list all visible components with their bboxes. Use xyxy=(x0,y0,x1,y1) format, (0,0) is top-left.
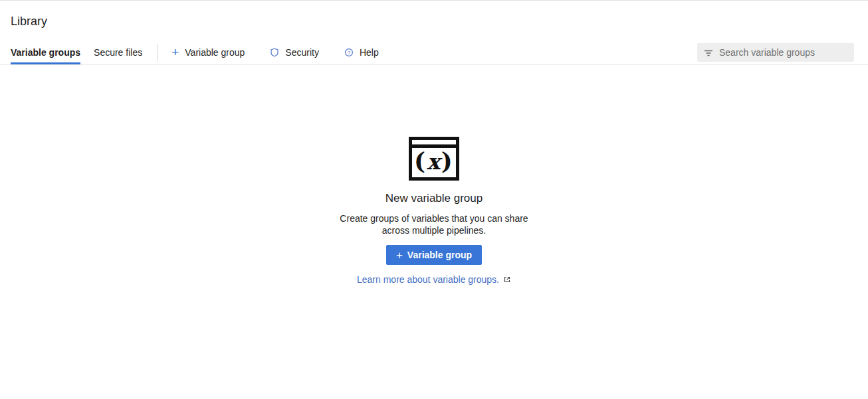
add-variable-group-button[interactable]: + Variable group xyxy=(171,40,245,64)
description-line-1: Create groups of variables that you can … xyxy=(340,213,528,224)
external-link-icon xyxy=(503,276,511,283)
description-line-2: across multiple pipelines. xyxy=(382,225,486,236)
security-button[interactable]: Security xyxy=(270,40,319,64)
add-variable-group-label: Variable group xyxy=(185,47,245,58)
primary-button-label: Variable group xyxy=(407,250,472,260)
learn-more-link[interactable]: Learn more about variable groups. xyxy=(357,274,511,285)
variable-group-primary-button[interactable]: + Variable group xyxy=(386,245,482,265)
security-label: Security xyxy=(285,47,319,58)
svg-text:(x): (x) xyxy=(414,147,454,175)
shield-icon xyxy=(270,48,279,57)
search-box[interactable] xyxy=(697,43,854,62)
empty-state-title: New variable group xyxy=(385,192,483,205)
filter-icon xyxy=(704,48,713,57)
help-label: Help xyxy=(360,47,379,58)
variable-group-window-icon: (x) xyxy=(409,137,459,181)
empty-state-description: Create groups of variables that you can … xyxy=(340,213,528,236)
svg-text:?: ? xyxy=(348,49,351,55)
page-title: Library xyxy=(11,14,857,29)
plus-icon: + xyxy=(396,250,403,260)
empty-state: (x) New variable group Create groups of … xyxy=(0,137,868,285)
tab-secure-files[interactable]: Secure files xyxy=(94,40,142,64)
tab-secure-files-label: Secure files xyxy=(94,47,142,58)
tab-command-bar: Variable groups Secure files + Variable … xyxy=(0,40,868,65)
page-header: Library xyxy=(0,1,868,29)
tab-variable-groups-label: Variable groups xyxy=(11,47,80,58)
tab-variable-groups[interactable]: Variable groups xyxy=(11,40,80,64)
help-icon: ? xyxy=(344,48,354,57)
help-button[interactable]: ? Help xyxy=(344,40,379,64)
learn-more-label: Learn more about variable groups. xyxy=(357,274,499,285)
toolbar-divider xyxy=(157,44,158,61)
search-input[interactable] xyxy=(719,47,847,58)
library-page: Library Variable groups Secure files + V… xyxy=(0,0,868,399)
plus-icon: + xyxy=(171,48,179,57)
